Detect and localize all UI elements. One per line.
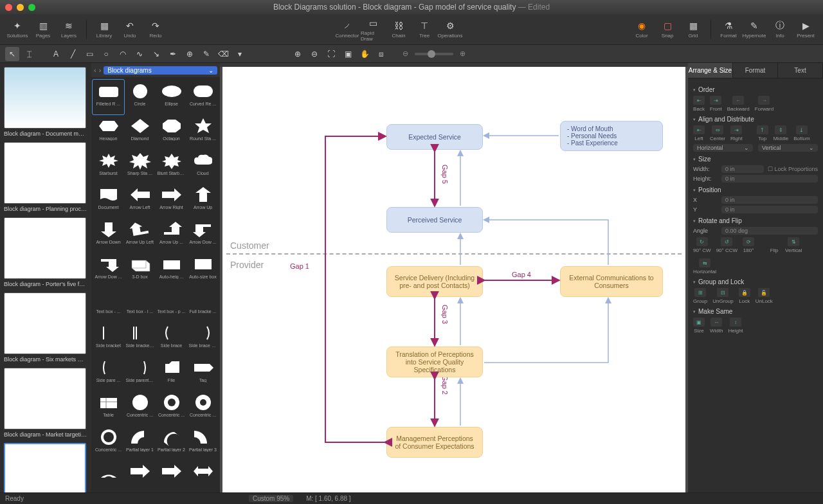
shape-side-pare-[interactable]: Side pare ... (93, 356, 124, 391)
ellipse-tool[interactable]: ○ (99, 47, 113, 61)
shape-tag[interactable]: Tag (187, 356, 219, 391)
shape-partial-layer-1[interactable]: Partial layer 1 (124, 426, 156, 460)
shape-partial-layer-3[interactable]: Partial layer 3 (187, 426, 219, 460)
rot-180[interactable]: ⟳180° (743, 237, 754, 253)
flip-h[interactable]: ⇆Horizontal (693, 258, 716, 274)
shape-file[interactable]: File (156, 356, 187, 391)
format-button[interactable]: ⚗Format (716, 17, 741, 42)
shape-text-box-l-[interactable]: Text box - l ... (124, 287, 156, 322)
lib-fwd-icon[interactable]: › (99, 66, 102, 74)
align-right[interactable]: ⇥Right (730, 125, 743, 141)
rotate-section[interactable]: Rotate and Flip (693, 217, 818, 224)
grid-button[interactable]: ▦Grid (681, 17, 705, 42)
distribute-h[interactable]: Horizontal⌄ (693, 144, 753, 152)
connector-tool[interactable]: ↘ (149, 47, 163, 61)
fit-tool[interactable]: ⛶ (324, 47, 338, 61)
group-btn[interactable]: ⊞Group (693, 288, 707, 304)
undo-button[interactable]: ↶Undo (118, 17, 142, 42)
shape-octagon[interactable]: Octagon (156, 114, 187, 149)
x-field[interactable]: 0 in (721, 196, 818, 204)
order-front[interactable]: ⇥Front (710, 96, 722, 112)
arc-tool[interactable]: ◠ (116, 47, 130, 61)
more-tool[interactable]: ▾ (233, 47, 247, 61)
page-thumb[interactable]: Block diagram - Document management... (4, 67, 87, 137)
hypernote-button[interactable]: ✎Hypernote (742, 17, 766, 42)
shape-arrow-dow-[interactable]: Arrow Dow ... (187, 218, 219, 253)
shape-item[interactable] (93, 460, 124, 490)
order-backward[interactable]: ←Backward (727, 96, 750, 112)
same-height[interactable]: ↕Height (728, 318, 743, 334)
align-left[interactable]: ⇤Left (693, 125, 705, 141)
zoom-icon[interactable] (28, 4, 35, 11)
shape-side-bracket-[interactable]: Side bracket ... (124, 321, 156, 356)
tab-format[interactable]: Format (733, 63, 778, 78)
pen-tool[interactable]: ✒ (166, 47, 180, 61)
color-button[interactable]: ◉Color (629, 17, 654, 42)
align-top[interactable]: ⤒Top (757, 125, 768, 141)
shape-item[interactable] (124, 460, 156, 490)
pointer-tool[interactable]: ↖ (5, 47, 19, 61)
lib-back-icon[interactable]: ‹ (94, 66, 96, 74)
shape-arrow-left[interactable]: Arrow Left (124, 183, 156, 218)
pages-button[interactable]: ▥Pages (31, 17, 55, 42)
shape-ellipse[interactable]: Ellipse (156, 80, 187, 114)
rapiddraw-button[interactable]: ▭Rapid Draw (361, 17, 385, 42)
shape-side-brace[interactable]: Side brace (156, 321, 187, 356)
textedit-tool[interactable]: ⌶ (22, 47, 36, 61)
minimize-icon[interactable] (17, 4, 24, 11)
page-thumb[interactable]: Block diagram - Six markets model (4, 292, 87, 363)
position-section[interactable]: Position (693, 186, 818, 194)
line-tool[interactable]: ╱ (66, 47, 80, 61)
page-thumb[interactable]: Block diagram - Planning process (4, 142, 87, 212)
align-bottom[interactable]: ⤓Bottom (793, 125, 809, 141)
distribute-v[interactable]: Vertical⌄ (758, 144, 818, 152)
crop-tool[interactable]: ⧇ (374, 47, 388, 61)
height-field[interactable]: 0 in (721, 175, 818, 183)
unlock-btn[interactable]: 🔓UnLock (755, 288, 773, 304)
grouplock-section[interactable]: Group and Lock (693, 278, 818, 285)
zoom-slider[interactable] (415, 53, 453, 55)
shape-document[interactable]: Document (93, 183, 124, 218)
shape-arrow-down[interactable]: Arrow Down (93, 218, 124, 253)
same-width[interactable]: ↔Width (710, 318, 723, 334)
lock-btn[interactable]: 🔒Lock (739, 288, 750, 304)
shape-item[interactable] (156, 460, 187, 490)
tree-button[interactable]: ⊤Tree (412, 17, 437, 42)
ungroup-btn[interactable]: ⊟UnGroup (712, 288, 733, 304)
shape-auto-heig-[interactable]: Auto-heig ... (156, 253, 187, 287)
shape-full-bracke-[interactable]: Full bracke ... (187, 287, 219, 322)
tab-arrange[interactable]: Arrange & Size (688, 63, 733, 78)
shape-concentric-[interactable]: Concentric ... (187, 391, 219, 426)
shape-cloud[interactable]: Cloud (187, 149, 219, 184)
shape-curved-re-[interactable]: Curved Re ... (187, 80, 219, 114)
shape-arrow-up-left[interactable]: Arrow Up Left (124, 218, 156, 253)
makesame-section[interactable]: Make Same (693, 308, 818, 315)
y-field[interactable]: 0 in (721, 206, 818, 213)
align-section[interactable]: Align and Distribute (693, 116, 818, 123)
canvas[interactable]: Customer Provider Gap 1 Gap 2 Gap 3 Gap … (222, 67, 685, 492)
shape-filleted-r-[interactable]: Filleted R ... (93, 80, 124, 114)
eraser-tool[interactable]: ⌫ (216, 47, 230, 61)
align-middle[interactable]: ⇕Middle (773, 125, 789, 141)
flip-v[interactable]: ⇅Vertical (785, 237, 802, 253)
same-size[interactable]: ▣Size (693, 318, 705, 334)
page-thumb[interactable]: Block diagram - Market targeting (4, 368, 87, 438)
shape-blunt-starburst[interactable]: Blunt Starburst (156, 149, 187, 184)
library-selector[interactable]: Block diagrams⌄ (104, 66, 217, 75)
shape-arrow-up-[interactable]: Arrow Up ... (156, 218, 187, 253)
size-section[interactable]: Size (693, 156, 818, 163)
eyedrop-tool[interactable]: ✎ (199, 47, 213, 61)
status-zoom[interactable]: Custom 95% (249, 495, 293, 502)
present-button[interactable]: ▶Present (793, 17, 818, 42)
snap-button[interactable]: ▢Snap (655, 17, 680, 42)
angle-field[interactable]: 0.00 deg (721, 227, 818, 235)
shape-circle[interactable]: Circle (124, 80, 156, 114)
shape-text-box-[interactable]: Text box - ... (93, 287, 124, 322)
shape-arrow-dow-[interactable]: Arrow Dow ... (93, 253, 124, 287)
align-center[interactable]: ⇔Center (710, 125, 725, 141)
shape-text-box-p-[interactable]: Text box - p ... (156, 287, 187, 322)
shape-item[interactable] (187, 460, 219, 490)
chain-button[interactable]: ⛓Chain (386, 17, 411, 42)
rot-90cw[interactable]: ↻90° CW (693, 237, 711, 253)
shape-3-d-box[interactable]: 3-D box (124, 253, 156, 287)
